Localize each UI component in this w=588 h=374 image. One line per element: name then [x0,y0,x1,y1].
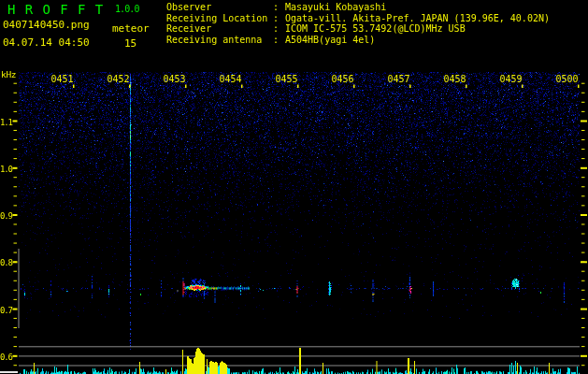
app-title: HROFFT [7,3,112,16]
info-label: Receiver [166,23,273,35]
info-label: Receiving Location [166,13,273,24]
info-row-observer: Observer:Masayuki Kobayashi [166,2,550,13]
echo-count-label: 15 [124,38,136,49]
x-tick-label-0451: 0451 [51,75,74,84]
y-tick-label-1.1: 1.1 [0,119,12,127]
app-version: 1.0.0 [115,5,139,14]
x-tick-label-0458: 0458 [444,75,466,84]
info-value: A504HB(yagi 4el) [285,35,375,46]
info-colon: : [273,2,279,13]
info-row-receiver: Receiver:ICOM IC-575 53.7492(@LCD)MHz US… [166,23,550,35]
x-tick-label-0459: 0459 [500,75,523,84]
y-tick-label-1.0: 1.0 [0,165,12,174]
x-tick-label-0455: 0455 [276,75,298,84]
hrofft-screen: HROFFT 1.0.0 0407140450.png meteor 04.07… [0,0,588,374]
info-label: Receiving antenna [166,35,273,46]
info-colon: : [273,13,279,24]
y-tick-label-0.6: 0.6 [0,353,12,362]
x-tick-label-0452: 0452 [108,75,130,84]
spectrogram-canvas [0,0,588,374]
info-value: Masayuki Kobayashi [285,2,386,13]
info-value: ICOM IC-575 53.7492(@LCD)MHz USB [285,23,466,35]
y-tick-label-0.8: 0.8 [0,259,12,267]
info-row-antenna: Receiving antenna:A504HB(yagi 4el) [166,35,550,46]
y-axis-unit-label: kHz [1,70,16,79]
info-label: Observer [166,2,273,13]
info-colon: : [273,35,279,46]
x-tick-label-0457: 0457 [388,75,410,84]
x-tick-label-0500: 0500 [556,75,579,84]
x-tick-label-0456: 0456 [332,75,354,84]
info-row-location: Receiving Location:Ogata-vill. Akita-Pre… [166,13,550,24]
info-value: Ogata-vill. Akita-Pref. JAPAN (139.96E, … [285,13,550,24]
x-tick-label-0453: 0453 [164,75,186,84]
y-tick-label-0.9: 0.9 [0,212,12,221]
y-tick-label-0.7: 0.7 [0,307,12,315]
mode-label: meteor [112,23,150,34]
x-tick-label-0454: 0454 [220,75,242,84]
filename-label: 0407140450.png [3,20,90,30]
info-colon: : [273,23,279,35]
header-info: Observer:Masayuki Kobayashi Receiving Lo… [166,2,550,45]
datetime-label: 04.07.14 04:50 [3,37,90,48]
